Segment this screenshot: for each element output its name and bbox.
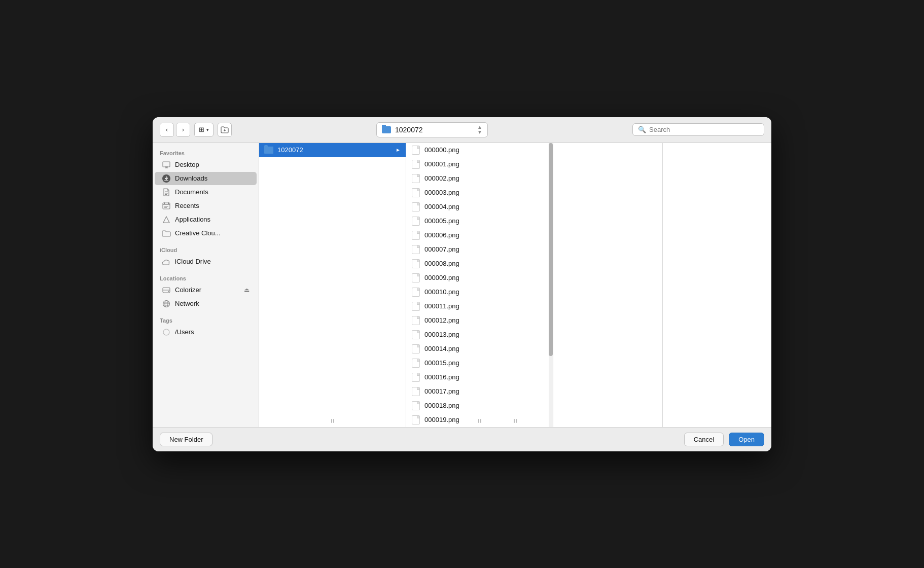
open-button[interactable]: Open: [729, 433, 764, 446]
file-000014[interactable]: 000014.png: [406, 342, 553, 356]
file-000018[interactable]: 000018.png: [406, 399, 553, 413]
sidebar-item-recents-label: Recents: [175, 202, 199, 209]
file-000011[interactable]: 000011.png: [406, 299, 553, 313]
png-icon-000012: [411, 316, 420, 325]
column-3-empty: [553, 143, 662, 427]
sidebar-item-network[interactable]: Network: [155, 297, 257, 310]
new-folder-toolbar-button[interactable]: [218, 123, 232, 137]
view-mode-button[interactable]: ⊞ ▾: [194, 123, 214, 137]
png-icon-000013: [411, 330, 420, 339]
svg-point-25: [163, 329, 169, 335]
toolbar: ‹ › ⊞ ▾ 1020072 ▲ ▼ 🔍: [153, 117, 771, 143]
location-arrows-icon: ▲ ▼: [477, 125, 482, 135]
new-folder-button[interactable]: New Folder: [160, 433, 212, 446]
folder-1020072-icon: [264, 146, 273, 155]
file-000013[interactable]: 000013.png: [406, 328, 553, 342]
network-icon: [162, 299, 171, 308]
sidebar-item-creative-cloud-label: Creative Clou...: [175, 229, 221, 237]
svg-rect-12: [164, 202, 165, 204]
file-000012[interactable]: 000012.png: [406, 313, 553, 328]
sidebar-item-colorizer-label: Colorizer: [175, 286, 201, 294]
column-1: 1020072 ►: [259, 143, 406, 427]
png-icon-000001: [411, 160, 420, 169]
png-icon-000017: [411, 387, 420, 396]
file-000008[interactable]: 000008.png: [406, 257, 553, 271]
file-000016[interactable]: 000016.png: [406, 370, 553, 384]
column3-resize-handle: [514, 419, 517, 423]
sidebar-item-colorizer[interactable]: Colorizer ⏏: [155, 283, 257, 297]
sidebar-item-icloud-drive-label: iCloud Drive: [175, 258, 211, 265]
sidebar-item-creative-cloud[interactable]: Creative Clou...: [155, 227, 257, 240]
sidebar-item-documents[interactable]: Documents: [155, 186, 257, 199]
png-icon-000004: [411, 202, 420, 211]
png-icon-000008: [411, 259, 420, 268]
nav-buttons: ‹ ›: [160, 123, 190, 137]
svg-marker-16: [163, 217, 169, 223]
sidebar-item-documents-label: Documents: [175, 188, 208, 196]
file-000015[interactable]: 000015.png: [406, 356, 553, 370]
creative-cloud-folder-icon: [162, 229, 171, 238]
file-000007[interactable]: 000007.png: [406, 242, 553, 257]
column-2: 000000.png 000001.png 000002.png 000003.…: [406, 143, 553, 427]
sidebar-item-recents[interactable]: Recents: [155, 199, 257, 212]
applications-icon: [162, 215, 171, 224]
png-icon-000019: [411, 415, 420, 424]
sidebar-item-desktop-label: Desktop: [175, 161, 199, 168]
location-name: 1020072: [395, 126, 473, 134]
eject-icon[interactable]: ⏏: [244, 287, 250, 294]
png-icon-000016: [411, 373, 420, 382]
svg-rect-2: [163, 162, 170, 167]
sidebar-item-applications[interactable]: Applications: [155, 213, 257, 226]
file-000010[interactable]: 000010.png: [406, 285, 553, 299]
sidebar-item-users-tag-label: /Users: [175, 328, 194, 336]
cancel-button[interactable]: Cancel: [684, 433, 724, 446]
favorites-header: Favorites: [153, 147, 259, 158]
column1-resize-handle: [331, 419, 334, 423]
file-000006[interactable]: 000006.png: [406, 228, 553, 242]
png-icon-000010: [411, 288, 420, 297]
file-000017[interactable]: 000017.png: [406, 384, 553, 399]
sidebar-item-network-label: Network: [175, 300, 199, 307]
column-4-empty: [662, 143, 772, 427]
location-folder-icon: [382, 126, 391, 133]
search-input[interactable]: [649, 126, 759, 133]
png-icon-000009: [411, 273, 420, 282]
bottom-actions: Cancel Open: [684, 433, 764, 446]
recents-icon: [162, 201, 171, 210]
file-000002[interactable]: 000002.png: [406, 171, 553, 186]
png-icon-000005: [411, 217, 420, 226]
downloads-icon: [162, 174, 171, 183]
users-tag-icon: [162, 328, 171, 337]
forward-button[interactable]: ›: [176, 123, 190, 137]
sidebar-item-users-tag[interactable]: /Users: [155, 326, 257, 339]
sidebar: Favorites Desktop: [153, 143, 259, 427]
back-button[interactable]: ‹: [160, 123, 174, 137]
icloud-drive-icon: [162, 257, 171, 266]
png-icon-000011: [411, 302, 420, 311]
file-open-dialog: ‹ › ⊞ ▾ 1020072 ▲ ▼ 🔍: [153, 117, 771, 451]
icloud-header: iCloud: [153, 244, 259, 255]
svg-point-19: [168, 291, 169, 292]
sidebar-item-desktop[interactable]: Desktop: [155, 158, 257, 171]
file-000003[interactable]: 000003.png: [406, 186, 553, 200]
png-icon-000000: [411, 146, 420, 155]
file-000001[interactable]: 000001.png: [406, 157, 553, 171]
main-content: Favorites Desktop: [153, 143, 771, 427]
location-bar: 1020072 ▲ ▼: [236, 122, 628, 137]
folder-item-1020072[interactable]: 1020072 ►: [259, 143, 406, 157]
sidebar-item-downloads[interactable]: Downloads: [155, 172, 257, 185]
file-000009[interactable]: 000009.png: [406, 271, 553, 285]
folder-plus-icon: [221, 126, 229, 133]
locations-header: Locations: [153, 272, 259, 283]
tags-header: Tags: [153, 314, 259, 325]
location-selector[interactable]: 1020072 ▲ ▼: [376, 122, 488, 137]
png-icon-000014: [411, 344, 420, 353]
png-icon-000007: [411, 245, 420, 254]
sidebar-item-icloud-drive[interactable]: iCloud Drive: [155, 255, 257, 268]
file-000004[interactable]: 000004.png: [406, 200, 553, 214]
file-000005[interactable]: 000005.png: [406, 214, 553, 228]
colorizer-hdd-icon: [162, 286, 171, 295]
sidebar-item-downloads-label: Downloads: [175, 174, 207, 182]
file-000000[interactable]: 000000.png: [406, 143, 553, 157]
documents-icon: [162, 188, 171, 197]
